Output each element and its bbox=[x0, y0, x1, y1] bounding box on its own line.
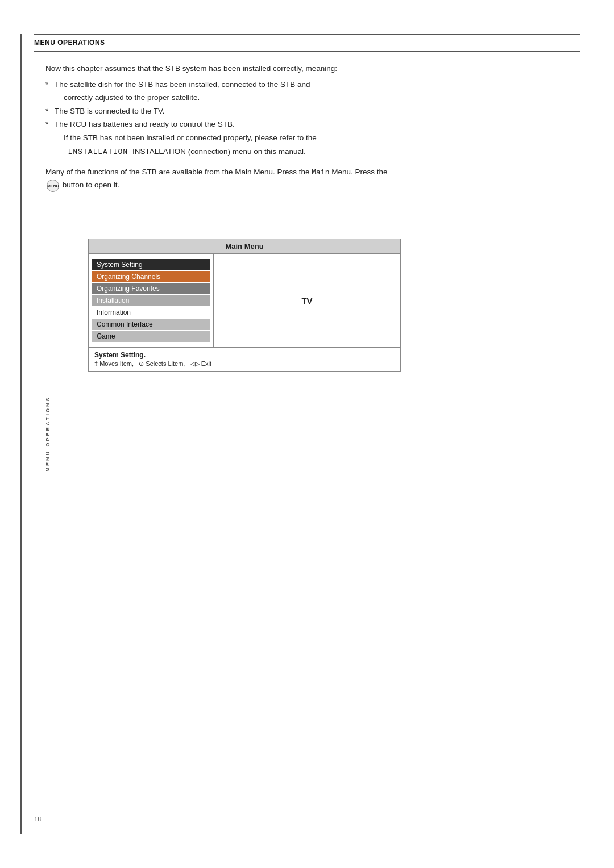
menu-diagram-footer: System Setting. ‡ Moves Item, ⊙ Selects … bbox=[89, 347, 400, 371]
menu-diagram-wrapper: Main Menu System Setting Organizing Chan… bbox=[88, 239, 401, 372]
intro-paragraph: Now this chapter assumes that the STB sy… bbox=[45, 62, 569, 75]
page-container: MENU OPERATIONS MENU OPERATIONS Now this… bbox=[0, 0, 614, 868]
bullet-item-2: The STB is connected to the TV. bbox=[45, 105, 569, 118]
footer-controls: ‡ Moves Item, ⊙ Selects Litem, ◁▷ Exit bbox=[94, 360, 395, 368]
menu-diagram-body: System Setting Organizing Channels Organ… bbox=[89, 254, 400, 347]
menu-button-icon: MENU bbox=[47, 180, 59, 192]
side-rule-left bbox=[20, 34, 22, 834]
top-rule bbox=[34, 34, 580, 35]
bullet-installation-line: INSTALLATION INSTALLATION (connection) m… bbox=[45, 145, 569, 158]
menu-item-information[interactable]: Information bbox=[92, 307, 210, 318]
side-label: MENU OPERATIONS bbox=[45, 397, 51, 472]
section-header: MENU OPERATIONS bbox=[34, 39, 580, 47]
menu-item-system-setting[interactable]: System Setting bbox=[92, 259, 210, 270]
menu-item-installation[interactable]: Installation bbox=[92, 295, 210, 306]
arrow-symbol: ‡ bbox=[94, 360, 98, 367]
menu-items-column: System Setting Organizing Channels Organ… bbox=[89, 254, 214, 347]
section-title: MENU OPERATIONS bbox=[34, 39, 105, 47]
page-number: 18 bbox=[34, 816, 41, 823]
menu-item-common-interface[interactable]: Common Interface bbox=[92, 319, 210, 330]
circle-symbol: ⊙ bbox=[139, 360, 144, 367]
bullet-item-3-indent: If the STB has not been installed or con… bbox=[45, 132, 569, 144]
menu-item-game[interactable]: Game bbox=[92, 331, 210, 342]
footer-status: System Setting. bbox=[94, 351, 395, 359]
header-rule bbox=[34, 51, 580, 52]
main-content: Now this chapter assumes that the STB sy… bbox=[45, 62, 569, 192]
menu-right-panel: TV bbox=[214, 254, 400, 347]
bullet-item-1: The satellite dish for the STB has been … bbox=[45, 78, 569, 91]
menu-item-organizing-channels[interactable]: Organizing Channels bbox=[92, 271, 210, 282]
bullet-item-3: The RCU has batteries and ready to contr… bbox=[45, 118, 569, 131]
menu-diagram: Main Menu System Setting Organizing Chan… bbox=[88, 239, 401, 372]
exit-symbol: ◁▷ bbox=[190, 360, 200, 367]
menu-diagram-header: Main Menu bbox=[89, 239, 400, 254]
main-mono-text: Main bbox=[312, 168, 329, 177]
menu-item-organizing-favorites[interactable]: Organizing Favorites bbox=[92, 283, 210, 294]
installation-mono: INSTALLATION bbox=[68, 148, 128, 156]
bullet-list: The satellite dish for the STB has been … bbox=[45, 78, 569, 158]
bullet-item-1-indent: correctly adjusted to the proper satelli… bbox=[45, 91, 569, 104]
main-paragraph: Many of the functions of the STB are ava… bbox=[45, 166, 569, 191]
